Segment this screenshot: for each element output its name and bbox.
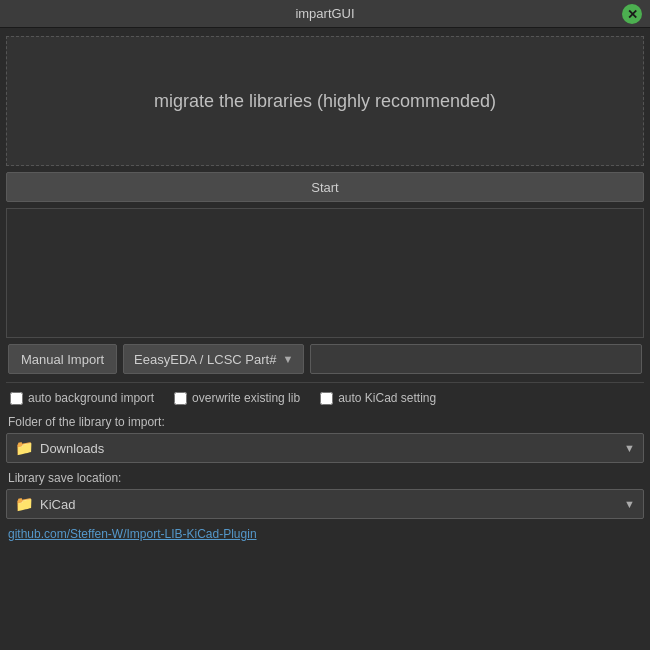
main-content: migrate the libraries (highly recommende… [0,28,650,547]
github-link[interactable]: github.com/Steffen-W/Import-LIB-KiCad-Pl… [6,527,644,541]
source-dropdown-button[interactable]: EeasyEDA / LCSC Part# ▼ [123,344,304,374]
folder-import-value: Downloads [40,441,624,456]
start-button[interactable]: Start [6,172,644,202]
folder-import-icon: 📁 [15,439,34,457]
migrate-text: migrate the libraries (highly recommende… [134,71,516,132]
library-save-icon: 📁 [15,495,34,513]
library-save-dropdown[interactable]: 📁 KiCad ▼ [6,489,644,519]
title-bar: impartGUI ✕ [0,0,650,28]
overwrite-lib-checkbox[interactable] [174,392,187,405]
overwrite-lib-label: overwrite existing lib [192,391,300,405]
migrate-box: migrate the libraries (highly recommende… [6,36,644,166]
divider [6,382,644,383]
log-area [6,208,644,338]
checkboxes-row: auto background import overwrite existin… [6,391,644,405]
import-row: Manual Import EeasyEDA / LCSC Part# ▼ [6,344,644,374]
library-save-chevron: ▼ [624,498,635,510]
start-btn-row: Start [6,172,644,202]
library-save-label: Library save location: [6,471,644,485]
auto-background-label: auto background import [28,391,154,405]
part-input[interactable] [310,344,642,374]
auto-kicad-label: auto KiCad setting [338,391,436,405]
auto-kicad-checkbox-item[interactable]: auto KiCad setting [320,391,436,405]
auto-background-checkbox[interactable] [10,392,23,405]
library-save-value: KiCad [40,497,624,512]
app-title: impartGUI [295,6,354,21]
folder-import-dropdown[interactable]: 📁 Downloads ▼ [6,433,644,463]
close-button[interactable]: ✕ [622,4,642,24]
manual-import-button[interactable]: Manual Import [8,344,117,374]
auto-background-checkbox-item[interactable]: auto background import [10,391,154,405]
source-dropdown-chevron: ▼ [282,353,293,365]
folder-import-label: Folder of the library to import: [6,415,644,429]
overwrite-lib-checkbox-item[interactable]: overwrite existing lib [174,391,300,405]
folder-import-chevron: ▼ [624,442,635,454]
auto-kicad-checkbox[interactable] [320,392,333,405]
source-dropdown-label: EeasyEDA / LCSC Part# [134,352,276,367]
